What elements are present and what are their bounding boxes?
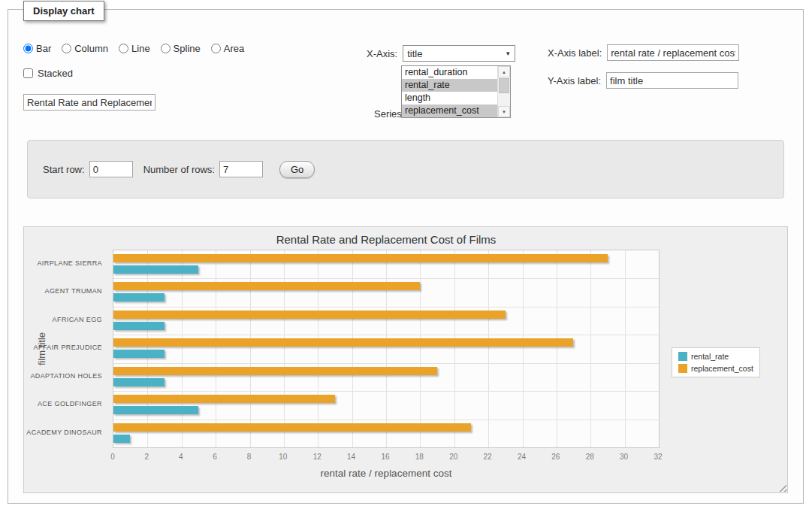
- gridline-vertical: [216, 250, 216, 447]
- series-option-rental_rate[interactable]: rental_rate: [402, 79, 497, 92]
- x-tick-labels: 02468101214161820222426283032: [113, 453, 660, 463]
- chart-type-option-spline[interactable]: Spline: [161, 43, 201, 54]
- x-tick-label: 16: [381, 453, 389, 461]
- plot-area: [113, 250, 660, 448]
- bar-rental_rate: [113, 378, 165, 386]
- bar-replacement_cost: [113, 367, 437, 375]
- x-axis-select[interactable]: title ▼: [403, 45, 515, 62]
- x-tick-label: 28: [586, 453, 594, 461]
- x-tick-label: 10: [279, 453, 287, 461]
- series-field-label: Series:: [374, 108, 404, 120]
- chart-title: Rental Rate and Replacement Cost of Film…: [113, 233, 660, 246]
- series-listbox[interactable]: rental_durationrental_ratelengthreplacem…: [401, 65, 511, 118]
- x-axis-label-field: X-Axis label:: [548, 44, 739, 61]
- scrollbar-thumb[interactable]: [499, 78, 509, 93]
- gridline-horizontal: [113, 420, 659, 420]
- gridline-vertical: [590, 250, 591, 447]
- bar-replacement_cost: [113, 338, 573, 347]
- x-tick-label: 6: [213, 453, 217, 461]
- number-of-rows-input[interactable]: [219, 161, 263, 177]
- series-option-length[interactable]: length: [402, 92, 497, 105]
- series-options: rental_durationrental_ratelengthreplacem…: [402, 66, 497, 117]
- x-tick-label: 20: [449, 453, 457, 461]
- resize-handle[interactable]: [777, 482, 786, 492]
- gridline-horizontal: [113, 335, 659, 335]
- x-axis-label-input[interactable]: [607, 44, 739, 61]
- display-chart-panel: Display chart BarColumnLineSplineArea St…: [8, 9, 804, 504]
- stacked-option[interactable]: Stacked: [23, 68, 73, 79]
- legend-item-replacement_cost: replacement_cost: [678, 364, 753, 373]
- category-label: AFFAIR PREJUDICE: [24, 334, 102, 362]
- chart-type-option-area[interactable]: Area: [211, 43, 244, 54]
- gridline-vertical: [557, 250, 557, 447]
- scrollbar-track[interactable]: [498, 77, 510, 106]
- bar-replacement_cost: [113, 395, 335, 403]
- number-of-rows-label: Number of rows:: [143, 164, 215, 175]
- chart-type-option-line[interactable]: Line: [119, 43, 150, 54]
- go-button[interactable]: Go: [279, 161, 315, 178]
- page: Display chart BarColumnLineSplineArea St…: [0, 0, 812, 512]
- chart-type-label-column: Column: [74, 43, 108, 54]
- scroll-up-button[interactable]: ▲: [498, 66, 510, 77]
- chart-type-option-column[interactable]: Column: [62, 43, 108, 54]
- x-tick-label: 8: [247, 453, 252, 461]
- chart-type-label-area: Area: [224, 43, 244, 54]
- stacked-checkbox[interactable]: [23, 68, 33, 78]
- scroll-down-button[interactable]: ▼: [498, 106, 510, 117]
- gridline-vertical: [250, 250, 251, 447]
- gridline-vertical: [454, 250, 455, 447]
- x-tick-label: 14: [347, 453, 355, 461]
- chart-type-radio-bar[interactable]: [23, 44, 33, 53]
- x-tick-label: 18: [415, 453, 424, 461]
- series-option-replacement_cost[interactable]: replacement_cost: [402, 105, 497, 117]
- bar-replacement_cost: [113, 254, 608, 262]
- gridline-vertical: [420, 250, 421, 447]
- x-axis-label-text: X-Axis label:: [548, 47, 602, 59]
- bar-rental_rate: [113, 265, 198, 274]
- gridline-vertical: [284, 250, 285, 447]
- x-tick-label: 32: [654, 453, 662, 461]
- start-row-input[interactable]: [89, 161, 133, 177]
- bar-replacement_cost: [113, 311, 506, 319]
- x-tick-label: 22: [484, 453, 492, 461]
- rows-panel: Start row: Number of rows: Go: [27, 140, 784, 198]
- x-axis-field: X-Axis: title ▼: [367, 45, 515, 62]
- legend-label: replacement_cost: [691, 364, 753, 373]
- gridline-vertical: [386, 250, 387, 447]
- arrow-up-icon: ▲: [502, 70, 506, 74]
- gridline-vertical: [147, 250, 148, 447]
- category-label: AGENT TRUMAN: [24, 277, 102, 305]
- bar-replacement_cost: [113, 423, 471, 432]
- x-tick-label: 26: [551, 453, 560, 461]
- series-scrollbar[interactable]: ▲ ▼: [497, 66, 510, 117]
- stacked-label: Stacked: [38, 68, 73, 79]
- chart-type-radio-line[interactable]: [119, 44, 128, 53]
- chart-type-label-spline: Spline: [174, 43, 201, 54]
- series-option-rental_duration[interactable]: rental_duration: [402, 66, 497, 79]
- gridline-horizontal: [113, 363, 659, 364]
- category-label: AFRICAN EGG: [24, 306, 102, 334]
- gridline-horizontal: [113, 307, 659, 308]
- arrow-down-icon: ▼: [502, 110, 506, 114]
- chart-type-options: BarColumnLineSplineArea: [23, 43, 244, 54]
- chart-title-input[interactable]: [23, 94, 155, 111]
- x-tick-label: 24: [518, 453, 526, 461]
- bar-rental_rate: [113, 322, 165, 330]
- y-axis-label-field: Y-Axis label:: [548, 72, 738, 89]
- gridline-horizontal: [113, 278, 659, 279]
- chart-type-label-line: Line: [131, 43, 150, 54]
- y-axis-label-input[interactable]: [606, 72, 738, 89]
- bar-rental_rate: [113, 435, 130, 443]
- chart-legend: rental_ratereplacement_cost: [672, 347, 760, 377]
- chevron-down-icon: ▼: [505, 50, 511, 57]
- chart-type-radio-spline[interactable]: [161, 44, 171, 53]
- legend-label: rental_rate: [691, 352, 729, 361]
- x-axis-select-value: title: [407, 48, 422, 59]
- chart-type-radio-area[interactable]: [211, 44, 221, 53]
- start-row-label: Start row:: [43, 164, 85, 175]
- bar-rental_rate: [113, 350, 165, 358]
- chart-type-option-bar[interactable]: Bar: [23, 43, 51, 54]
- chart-type-radio-column[interactable]: [62, 44, 71, 53]
- gridline-vertical: [523, 250, 524, 447]
- x-tick-label: 0: [110, 453, 115, 461]
